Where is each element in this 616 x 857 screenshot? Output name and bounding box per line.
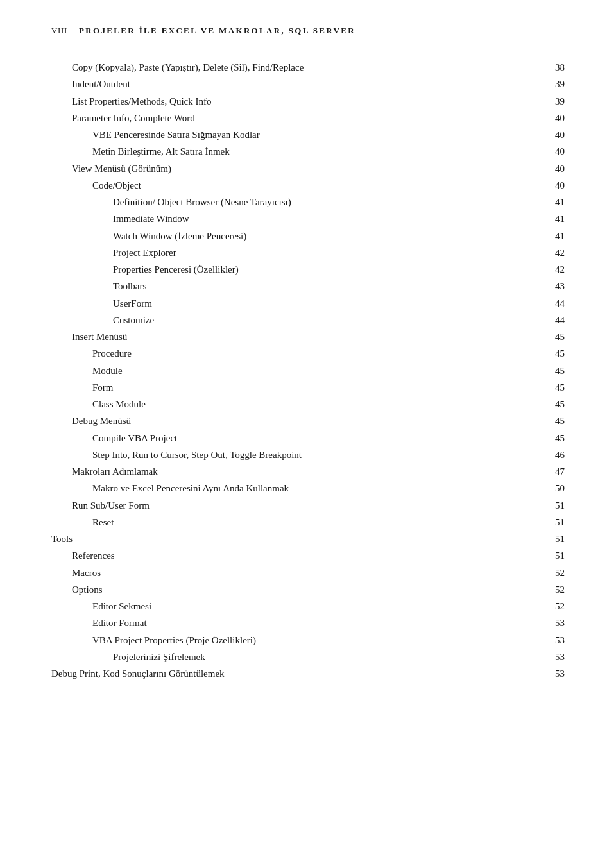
toc-entry: VBA Project Properties (Proje Özellikler…	[51, 632, 565, 649]
toc-entry: Insert Menüsü45	[51, 328, 565, 345]
toc-entry: Indent/Outdent39	[51, 76, 565, 92]
toc-entry: Debug Menüsü45	[51, 412, 565, 429]
toc-entry-page: 40	[539, 177, 565, 194]
toc-entry-label: Parameter Info, Complete Word	[72, 110, 539, 126]
toc-entry-page: 44	[539, 295, 565, 312]
toc-entry: Editor Format53	[51, 615, 565, 631]
toc-entry: Procedure45	[51, 345, 565, 362]
page-roman: VIII	[51, 26, 67, 36]
toc-entry-page: 40	[539, 126, 565, 143]
toc-entry-label: Module	[92, 362, 539, 379]
toc-entry-page: 50	[539, 480, 565, 496]
toc-entry-page: 51	[539, 547, 565, 564]
toc-entry-label: Class Module	[92, 396, 539, 412]
toc-entry-label: Immediate Window	[113, 210, 539, 227]
toc-entry-page: 52	[539, 598, 565, 615]
toc-entry-label: Options	[72, 581, 539, 598]
toc-entry-label: Form	[92, 379, 539, 396]
toc-entry-label: Debug Menüsü	[72, 412, 539, 429]
toc-entry-page: 45	[539, 412, 565, 429]
toc-entry-label: Run Sub/User Form	[72, 497, 539, 514]
toc-entry-page: 40	[539, 160, 565, 177]
toc-entry: Compile VBA Project45	[51, 430, 565, 446]
toc-entry-label: Insert Menüsü	[72, 328, 539, 345]
page: VIII PROJELER İLE EXCEL VE MAKROLAR, SQL…	[0, 0, 616, 857]
toc-entry: Definition/ Object Browser (Nesne Tarayı…	[51, 194, 565, 210]
toc-entry: Form45	[51, 379, 565, 396]
toc-entry-label: Projelerinizi Şifrelemek	[113, 649, 539, 665]
toc-list: Copy (Kopyala), Paste (Yapıştır), Delete…	[51, 59, 565, 682]
toc-entry: Step Into, Run to Cursor, Step Out, Togg…	[51, 446, 565, 463]
toc-entry: Properties Penceresi (Özellikler)42	[51, 261, 565, 278]
toc-entry: References51	[51, 547, 565, 564]
toc-entry-label: Code/Object	[92, 177, 539, 194]
toc-entry-page: 38	[539, 59, 565, 76]
toc-entry: Watch Window (İzleme Penceresi)41	[51, 228, 565, 244]
toc-entry-label: View Menüsü (Görünüm)	[72, 160, 539, 177]
toc-entry-label: Editor Format	[92, 615, 539, 631]
toc-entry-page: 39	[539, 76, 565, 92]
toc-entry-page: 39	[539, 93, 565, 110]
toc-entry-label: UserForm	[113, 295, 539, 312]
toc-entry-label: Copy (Kopyala), Paste (Yapıştır), Delete…	[72, 59, 539, 76]
toc-entry-page: 52	[539, 564, 565, 581]
toc-entry: VBE Penceresinde Satıra Sığmayan Kodlar4…	[51, 126, 565, 143]
toc-entry-page: 41	[539, 210, 565, 227]
toc-entry-page: 45	[539, 328, 565, 345]
toc-entry-page: 41	[539, 194, 565, 210]
toc-entry-page: 53	[539, 649, 565, 665]
toc-entry-label: VBA Project Properties (Proje Özellikler…	[92, 632, 539, 649]
toc-entry-label: References	[72, 547, 539, 564]
toc-entry-label: Toolbars	[113, 278, 539, 294]
toc-entry-page: 41	[539, 228, 565, 244]
toc-entry: Editor Sekmesi52	[51, 598, 565, 615]
toc-entry: Toolbars43	[51, 278, 565, 294]
toc-entry-page: 46	[539, 446, 565, 463]
toc-entry-page: 53	[539, 632, 565, 649]
toc-entry: Metin Birleştirme, Alt Satıra İnmek40	[51, 143, 565, 160]
toc-entry-page: 45	[539, 345, 565, 362]
toc-entry-label: Watch Window (İzleme Penceresi)	[113, 228, 539, 244]
toc-entry: Reset51	[51, 514, 565, 530]
toc-entry-label: Project Explorer	[113, 244, 539, 261]
toc-entry-page: 45	[539, 379, 565, 396]
toc-entry-label: Procedure	[92, 345, 539, 362]
toc-entry: Macros52	[51, 564, 565, 581]
toc-entry-label: Editor Sekmesi	[92, 598, 539, 615]
toc-entry-label: Makro ve Excel Penceresini Aynı Anda Kul…	[92, 480, 539, 496]
toc-entry: Makro ve Excel Penceresini Aynı Anda Kul…	[51, 480, 565, 496]
toc-entry-page: 47	[539, 463, 565, 480]
toc-entry-page: 45	[539, 430, 565, 446]
toc-entry-page: 45	[539, 362, 565, 379]
toc-entry-page: 52	[539, 581, 565, 598]
toc-entry-page: 40	[539, 143, 565, 160]
toc-entry-page: 45	[539, 396, 565, 412]
toc-entry: Makroları Adımlamak47	[51, 463, 565, 480]
toc-entry-label: Metin Birleştirme, Alt Satıra İnmek	[92, 143, 539, 160]
toc-entry-page: 53	[539, 665, 565, 682]
page-header: VIII PROJELER İLE EXCEL VE MAKROLAR, SQL…	[51, 26, 565, 36]
toc-entry: List Properties/Methods, Quick Info39	[51, 93, 565, 110]
toc-entry-label: VBE Penceresinde Satıra Sığmayan Kodlar	[92, 126, 539, 143]
toc-entry: Class Module45	[51, 396, 565, 412]
toc-entry: Module45	[51, 362, 565, 379]
toc-entry-page: 42	[539, 261, 565, 278]
toc-entry: Immediate Window41	[51, 210, 565, 227]
toc-entry-label: Customize	[113, 312, 539, 328]
toc-entry-label: Compile VBA Project	[92, 430, 539, 446]
toc-entry-label: List Properties/Methods, Quick Info	[72, 93, 539, 110]
toc-entry-label: Macros	[72, 564, 539, 581]
page-title: PROJELER İLE EXCEL VE MAKROLAR, SQL SERV…	[79, 26, 355, 36]
toc-entry: Copy (Kopyala), Paste (Yapıştır), Delete…	[51, 59, 565, 76]
toc-entry: Parameter Info, Complete Word40	[51, 110, 565, 126]
toc-entry: Projelerinizi Şifrelemek53	[51, 649, 565, 665]
toc-entry-page: 40	[539, 110, 565, 126]
toc-entry: View Menüsü (Görünüm)40	[51, 160, 565, 177]
toc-entry-label: Reset	[92, 514, 539, 530]
toc-entry-label: Step Into, Run to Cursor, Step Out, Togg…	[92, 446, 539, 463]
toc-entry-label: Properties Penceresi (Özellikler)	[113, 261, 539, 278]
toc-entry-label: Debug Print, Kod Sonuçlarını Görüntüleme…	[51, 665, 539, 682]
toc-entry: Debug Print, Kod Sonuçlarını Görüntüleme…	[51, 665, 565, 682]
toc-entry-page: 42	[539, 244, 565, 261]
toc-entry: Code/Object40	[51, 177, 565, 194]
